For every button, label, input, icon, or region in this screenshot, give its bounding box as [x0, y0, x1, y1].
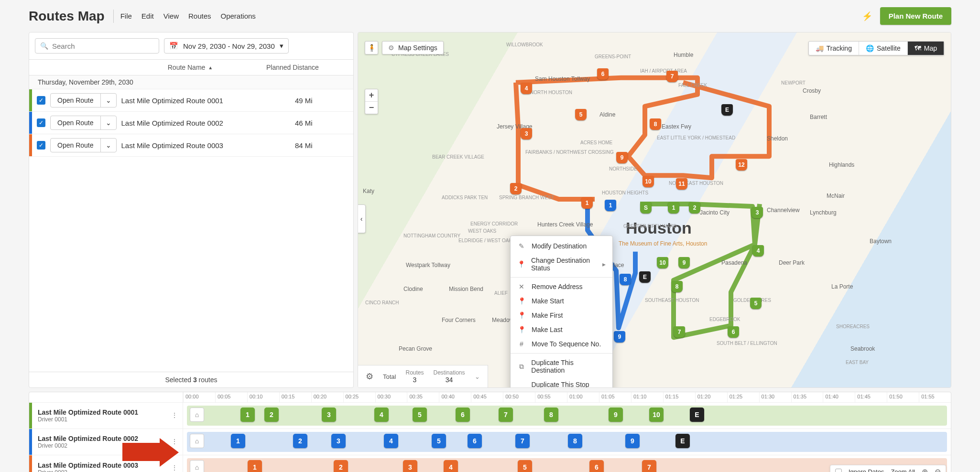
timeline-stop[interactable]: 7 — [515, 434, 530, 448]
home-icon[interactable]: ⌂ — [190, 434, 204, 448]
col-planned-distance[interactable]: Planned Distance — [266, 64, 348, 71]
map-marker[interactable]: 8 — [620, 274, 631, 285]
ctx-change-status[interactable]: 📍Change Destination Status▸ — [511, 253, 612, 275]
timeline-stop[interactable]: 7 — [642, 460, 656, 472]
ctx-move-sequence[interactable]: #Move To Sequence No. — [511, 337, 612, 351]
collapse-panel-button[interactable]: ‹ — [358, 204, 366, 233]
plan-new-route-button[interactable]: Plan New Route — [880, 7, 951, 25]
map-marker[interactable]: 10 — [657, 257, 668, 268]
row-menu-icon[interactable]: ⋮ — [171, 411, 178, 419]
timeline-stop[interactable]: 3 — [403, 460, 417, 472]
map-marker[interactable]: 8 — [650, 118, 661, 130]
timeline-stop[interactable]: 7 — [499, 408, 513, 422]
menu-file[interactable]: File — [120, 12, 132, 20]
timeline-stop[interactable]: 5 — [432, 434, 446, 448]
caret-down-icon[interactable]: ⌄ — [100, 116, 116, 129]
bolt-icon[interactable]: ⚡ — [862, 11, 872, 21]
timeline-stop[interactable]: 4 — [444, 460, 458, 472]
caret-down-icon[interactable]: ⌄ — [100, 139, 116, 152]
open-route-button[interactable]: Open Route ⌄ — [50, 138, 117, 152]
zoom-in-icon[interactable]: ⊕ — [922, 467, 928, 472]
timeline-stop[interactable]: 6 — [456, 408, 470, 422]
zoom-out-button[interactable]: − — [365, 102, 378, 114]
zoom-in-button[interactable]: + — [365, 89, 378, 102]
chevron-down-icon[interactable]: ⌄ — [475, 373, 480, 380]
ctx-duplicate-stop-as[interactable]: Duplicate This Stop As▸ — [511, 377, 612, 388]
timeline-track[interactable]: ⌂123456789E — [183, 429, 951, 455]
settings-icon[interactable]: ⚙ — [366, 371, 373, 382]
search-input[interactable] — [52, 42, 154, 50]
map-marker[interactable]: 5 — [750, 298, 762, 309]
timeline-stop[interactable]: 9 — [625, 434, 640, 448]
menu-routes[interactable]: Routes — [188, 12, 211, 20]
map-marker[interactable]: 1 — [581, 197, 593, 209]
ctx-duplicate-destination[interactable]: ⧉Duplicate This Destination — [511, 355, 612, 377]
timeline-stop[interactable]: 3 — [331, 434, 346, 448]
map-marker[interactable]: 5 — [575, 109, 587, 120]
map-settings-button[interactable]: ⚙ Map Settings — [382, 41, 444, 54]
open-route-button[interactable]: Open Route ⌄ — [50, 116, 117, 130]
route-checkbox[interactable]: ✓ — [37, 118, 45, 127]
map-marker[interactable]: S — [640, 202, 652, 214]
mode-satellite[interactable]: 🌐Satellite — [859, 42, 907, 55]
map-marker[interactable]: 4 — [752, 245, 764, 257]
ctx-make-last[interactable]: 📍Make Last — [511, 322, 612, 337]
timeline-stop[interactable]: 3 — [322, 408, 336, 422]
timeline-stop[interactable]: E — [690, 408, 704, 422]
map-marker[interactable]: 3 — [751, 207, 763, 218]
open-route-button[interactable]: Open Route ⌄ — [50, 93, 117, 107]
map-marker[interactable]: 9 — [614, 331, 625, 343]
map-marker[interactable]: 8 — [671, 281, 683, 292]
col-route-name[interactable]: Route Name ▲ — [114, 64, 266, 71]
mode-tracking[interactable]: 🚚Tracking — [809, 42, 859, 55]
timeline-stop[interactable]: 2 — [264, 408, 279, 422]
route-checkbox[interactable]: ✓ — [37, 141, 45, 150]
map-marker[interactable]: 2 — [510, 183, 522, 194]
timeline-stop[interactable]: 2 — [293, 434, 307, 448]
timeline-stop[interactable]: 10 — [649, 408, 664, 422]
timeline-track[interactable]: ⌂12345678910E — [183, 403, 951, 429]
map-marker[interactable]: 9 — [616, 152, 628, 163]
home-icon[interactable]: ⌂ — [190, 460, 204, 472]
mode-map[interactable]: 🗺Map — [907, 42, 944, 55]
route-checkbox[interactable]: ✓ — [37, 96, 45, 105]
zoom-all-button[interactable]: Zoom All — [891, 468, 915, 472]
map-marker[interactable]: 4 — [521, 83, 532, 94]
map-marker[interactable]: 7 — [666, 71, 678, 82]
map-marker[interactable]: 2 — [689, 202, 700, 214]
menu-edit[interactable]: Edit — [142, 12, 154, 20]
map-marker[interactable]: 7 — [674, 326, 685, 338]
timeline-stop[interactable]: 6 — [468, 434, 482, 448]
caret-down-icon[interactable]: ⌄ — [100, 94, 116, 107]
timeline-stop[interactable]: 1 — [240, 408, 255, 422]
map-marker[interactable]: 12 — [736, 159, 747, 171]
ctx-modify-destination[interactable]: ✎Modify Destination — [511, 239, 612, 253]
pegman-button[interactable]: 🧍 — [365, 41, 378, 54]
route-row[interactable]: ✓ Open Route ⌄ Last Mile Optimized Route… — [29, 134, 353, 157]
zoom-out-icon[interactable]: ⊖ — [935, 467, 941, 472]
home-icon[interactable]: ⌂ — [190, 408, 204, 422]
map-marker[interactable]: E — [721, 104, 733, 116]
timeline-stop[interactable]: 4 — [384, 434, 398, 448]
map-marker[interactable]: 1 — [668, 202, 679, 214]
timeline-stop[interactable]: 1 — [231, 434, 245, 448]
timeline-stop[interactable]: 4 — [374, 408, 389, 422]
menu-operations[interactable]: Operations — [221, 12, 256, 20]
date-range-picker[interactable]: 📅 Nov 29, 2030 - Nov 29, 2030 ▾ — [164, 38, 289, 54]
ctx-make-first[interactable]: 📍Make First — [511, 308, 612, 322]
timeline-stop[interactable]: 5 — [518, 460, 532, 472]
map-marker[interactable]: E — [639, 271, 651, 283]
route-row[interactable]: ✓ Open Route ⌄ Last Mile Optimized Route… — [29, 89, 353, 112]
timeline-stop[interactable]: 8 — [568, 434, 582, 448]
timeline-stop[interactable]: 9 — [609, 408, 623, 422]
timeline-stop[interactable]: E — [675, 434, 690, 448]
map-marker[interactable]: 11 — [676, 178, 687, 190]
route-row[interactable]: ✓ Open Route ⌄ Last Mile Optimized Route… — [29, 112, 353, 134]
map-panel[interactable]: Houston The Museum of Fine Arts, Houston… — [358, 32, 951, 388]
map-marker[interactable]: 6 — [597, 68, 609, 80]
ctx-make-start[interactable]: 📍Make Start — [511, 294, 612, 308]
menu-view[interactable]: View — [163, 12, 179, 20]
timeline-stop[interactable]: 6 — [589, 460, 604, 472]
map-marker[interactable]: 6 — [728, 326, 739, 338]
map-marker[interactable]: 9 — [678, 257, 690, 268]
